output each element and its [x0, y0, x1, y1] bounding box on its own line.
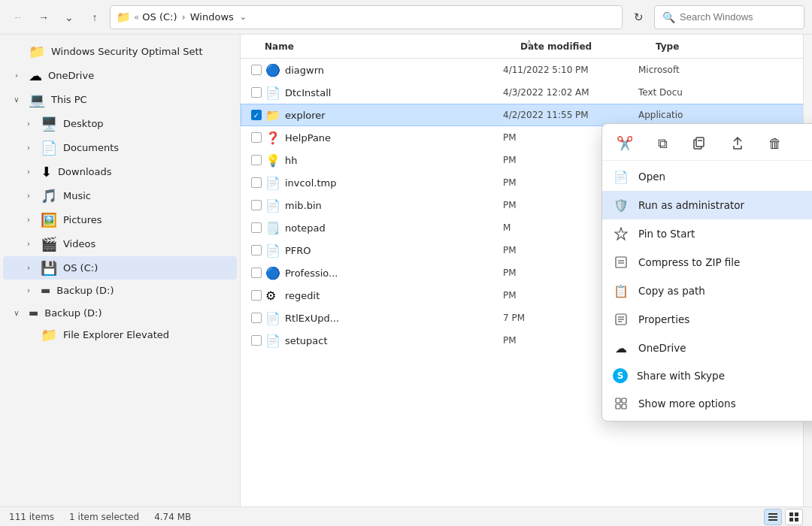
- address-dropdown-icon[interactable]: ⌄: [240, 12, 247, 22]
- file-name: setupact: [285, 335, 503, 346]
- context-menu-item-label: OneDrive: [638, 342, 812, 354]
- row-checkbox[interactable]: [251, 200, 262, 210]
- paste-shortcut-button[interactable]: [688, 132, 712, 156]
- sidebar-item-backup-d2[interactable]: ∨ ▬ Backup (D:): [3, 303, 237, 322]
- context-menu-properties[interactable]: Properties Alt+Enter: [602, 305, 812, 334]
- expander-icon: ›: [11, 71, 23, 80]
- copy-button[interactable]: ⧉: [650, 132, 674, 156]
- sidebar-item-os-c[interactable]: › 💾 OS (C:): [3, 256, 237, 280]
- refresh-button[interactable]: ↻: [627, 6, 650, 29]
- share-button[interactable]: [726, 132, 750, 156]
- sidebar-item-videos[interactable]: › 🎬 Videos: [3, 232, 237, 255]
- sidebar-item-label: This PC: [51, 94, 87, 105]
- context-menu-show-more[interactable]: Show more options Shift+F10: [602, 389, 812, 418]
- delete-button[interactable]: 🗑: [763, 132, 787, 156]
- sidebar-item-label: Windows Security Optimal Sett: [51, 46, 203, 57]
- expander-icon: ›: [23, 286, 35, 295]
- row-checkbox[interactable]: [251, 290, 262, 301]
- file-type: Microsoft: [638, 65, 680, 75]
- onedrive-icon: ☁️: [613, 340, 629, 356]
- file-date: 4/3/2022 12:02 AM: [503, 87, 638, 98]
- col-name-header[interactable]: Name: [265, 41, 520, 52]
- breadcrumb-os[interactable]: OS (C:): [142, 11, 177, 23]
- context-menu-pin-start[interactable]: Pin to Start: [602, 219, 812, 248]
- table-row[interactable]: 📄 DtcInstall 4/3/2022 12:02 AM Text Docu: [241, 81, 812, 104]
- file-name: hh: [285, 155, 503, 166]
- row-checkbox[interactable]: [251, 87, 262, 98]
- row-checkbox[interactable]: [251, 155, 262, 165]
- file-type: Text Docu: [638, 87, 683, 98]
- row-checkbox[interactable]: [251, 268, 262, 278]
- context-menu-share-skype[interactable]: S Share with Skype: [602, 362, 812, 389]
- expander-icon: ›: [23, 216, 35, 224]
- row-checkbox[interactable]: ✓: [251, 110, 262, 120]
- sidebar-item-pictures[interactable]: › 🖼️ Pictures: [3, 208, 237, 231]
- list-view-button[interactable]: [764, 509, 782, 525]
- os-drive-icon: 💾: [41, 260, 57, 276]
- col-type-header[interactable]: Type: [656, 41, 768, 52]
- context-menu-open[interactable]: 📄 Open Enter: [602, 162, 812, 191]
- expander-icon: ›: [23, 240, 35, 248]
- file-icon: 📄: [265, 176, 280, 190]
- file-type: Applicatio: [638, 110, 683, 120]
- properties-icon: [613, 311, 629, 328]
- expander-icon: ›: [23, 119, 35, 128]
- svg-rect-14: [768, 513, 777, 515]
- file-name: HelpPane: [285, 132, 503, 144]
- file-date: 4/2/2022 11:55 PM: [503, 110, 638, 120]
- context-menu-item-label: Compress to ZIP file: [638, 256, 812, 268]
- forward-button[interactable]: →: [33, 7, 54, 28]
- back-button[interactable]: ←: [8, 7, 29, 28]
- file-area: Name Date modified Type ∧ 🔵 diagwrn 4/11…: [241, 35, 812, 506]
- address-bar[interactable]: 📁 « OS (C:) › Windows ⌄: [110, 5, 623, 29]
- expander-icon: ∨: [11, 309, 23, 317]
- file-icon: ⚙️: [265, 289, 280, 303]
- sidebar-item-onedrive[interactable]: › ☁️ OneDrive: [3, 64, 237, 87]
- context-menu-compress-zip[interactable]: Compress to ZIP file: [602, 248, 812, 277]
- up-button[interactable]: ↑: [84, 7, 105, 28]
- sidebar-item-this-pc[interactable]: ∨ 💻 This PC: [3, 88, 237, 111]
- grid-view-button[interactable]: [785, 509, 803, 525]
- sidebar-item-backup-d1[interactable]: › ▬ Backup (D:): [3, 280, 237, 300]
- col-date-header[interactable]: Date modified: [520, 41, 656, 52]
- cut-button[interactable]: ✂️: [613, 132, 637, 156]
- context-menu-toolbar: ✂️ ⧉ 🗑: [602, 127, 812, 161]
- svg-rect-13: [622, 404, 626, 409]
- row-checkbox[interactable]: [251, 222, 262, 233]
- row-checkbox[interactable]: [251, 335, 262, 346]
- context-menu-onedrive[interactable]: ☁️ OneDrive ›: [602, 334, 812, 362]
- svg-rect-16: [768, 519, 777, 521]
- sidebar-item-windows-security[interactable]: 📁 Windows Security Optimal Sett: [3, 40, 237, 63]
- svg-rect-12: [616, 404, 620, 409]
- table-row[interactable]: 🔵 diagwrn 4/11/2022 5:10 PM Microsoft: [241, 59, 812, 81]
- sidebar-item-downloads[interactable]: › ⬇️ Downloads: [3, 160, 237, 183]
- file-name: DtcInstall: [285, 87, 503, 98]
- main-area: 📁 Windows Security Optimal Sett › ☁️ One…: [0, 35, 812, 506]
- context-menu-copy-path[interactable]: 📋 Copy as path Ctrl+Shift+C: [602, 277, 812, 305]
- row-checkbox[interactable]: [251, 65, 262, 75]
- sidebar-item-music[interactable]: › 🎵 Music: [3, 184, 237, 207]
- skype-icon: S: [613, 368, 628, 383]
- breadcrumb-windows[interactable]: Windows: [190, 11, 234, 23]
- sidebar-item-documents[interactable]: › 📄 Documents: [3, 136, 237, 159]
- row-checkbox[interactable]: [251, 177, 262, 188]
- show-more-icon: [613, 395, 629, 412]
- downloads-icon: ⬇️: [41, 164, 52, 180]
- desktop-icon: 🖥️: [41, 116, 57, 132]
- context-menu-item-label: Run as administrator: [638, 199, 812, 211]
- file-name: diagwrn: [285, 65, 503, 76]
- sidebar-item-file-explorer-elevated[interactable]: 📁 File Explorer Elevated: [3, 323, 237, 346]
- status-bar: 111 items 1 item selected 4.74 MB: [0, 506, 812, 526]
- sidebar-item-desktop[interactable]: › 🖥️ Desktop: [3, 112, 237, 135]
- copy-path-icon: 📋: [613, 283, 629, 299]
- row-checkbox[interactable]: [251, 132, 262, 143]
- sidebar-item-label: File Explorer Elevated: [63, 329, 169, 340]
- expander-icon: ›: [23, 264, 35, 272]
- row-checkbox[interactable]: [251, 245, 262, 255]
- sidebar-item-label: OneDrive: [48, 70, 94, 81]
- breadcrumb-sep: «: [134, 12, 139, 23]
- context-menu-run-admin[interactable]: 🛡️ Run as administrator: [602, 191, 812, 219]
- row-checkbox[interactable]: [251, 313, 262, 323]
- dropdown-button[interactable]: ⌄: [59, 7, 80, 28]
- search-input[interactable]: [680, 11, 800, 23]
